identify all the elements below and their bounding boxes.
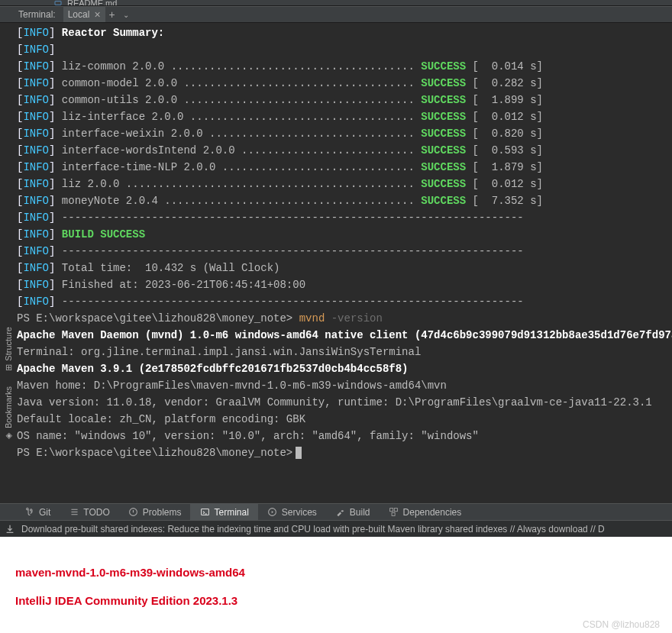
status-message[interactable]: Download pre-built shared indexes: Reduc… [21, 524, 605, 534]
bottom-tab-label: TODO [83, 507, 109, 518]
ide-shell: README.md Terminal: Local × + ⌄ ⊞ Struct… [0, 0, 672, 537]
term-icon [199, 507, 210, 518]
side-tool-structure[interactable]: ⊞ Structure [2, 321, 15, 377]
branch-icon [24, 507, 35, 518]
terminal-panel-label: Terminal: [0, 9, 63, 20]
caption-line-1: maven-mvnd-1.0-m6-m39-windows-amd64 [15, 566, 657, 579]
terminal-tab-local[interactable]: Local × [63, 7, 105, 22]
bottom-tool-tabs: GitTODOProblemsTerminalServicesBuildDepe… [0, 503, 672, 520]
bottom-tab-label: Build [350, 507, 370, 518]
terminal-dropdown-button[interactable]: ⌄ [119, 11, 133, 19]
editor-tab-sliver: README.md [0, 0, 672, 6]
side-tool-label: Structure [3, 327, 12, 361]
new-terminal-tab-button[interactable]: + [105, 8, 119, 21]
side-tool-bookmarks[interactable]: ◈ Bookmarks [2, 380, 15, 447]
bottom-tab-label: Services [282, 507, 317, 518]
bottom-tab-git[interactable]: Git [15, 504, 60, 520]
watermark: CSDN @lizhou828 [583, 619, 660, 630]
bookmark-icon: ◈ [3, 431, 13, 441]
hammer-icon [335, 507, 346, 518]
editor-tab-filename[interactable]: README.md [67, 0, 117, 6]
side-tool-label: Bookmarks [3, 386, 12, 428]
close-icon[interactable]: × [94, 9, 100, 20]
terminal-tabbar: Terminal: Local × + ⌄ [0, 6, 672, 23]
cursor [296, 447, 302, 459]
svg-rect-4 [390, 509, 393, 512]
svg-rect-6 [392, 512, 395, 515]
terminal-output[interactable]: [INFO] Reactor Summary:[INFO][INFO] liz-… [0, 23, 672, 503]
bottom-tab-todo[interactable]: TODO [60, 504, 118, 520]
deps-icon [389, 507, 399, 518]
terminal-tab-label: Local [68, 9, 90, 20]
bottom-tab-label: Git [39, 507, 50, 518]
list-icon [69, 507, 79, 518]
structure-icon: ⊞ [3, 364, 13, 371]
caption-block: maven-mvnd-1.0-m6-m39-windows-amd64 Inte… [0, 537, 672, 633]
bottom-tab-label: Terminal [214, 507, 248, 518]
side-tool-strip: ⊞ Structure ◈ Bookmarks [0, 321, 15, 504]
caption-line-2: IntelliJ IDEA Community Edition 2023.1.3 [15, 594, 657, 607]
bottom-tab-problems[interactable]: Problems [119, 504, 191, 520]
download-icon[interactable] [5, 524, 15, 534]
play-icon [267, 507, 278, 518]
svg-rect-0 [55, 1, 61, 5]
status-bar: Download pre-built shared indexes: Reduc… [0, 520, 672, 537]
bottom-tab-label: Problems [143, 507, 182, 518]
bottom-tab-label: Dependencies [403, 507, 462, 518]
bottom-tab-dependencies[interactable]: Dependencies [380, 504, 471, 520]
svg-rect-5 [394, 509, 397, 512]
bottom-tab-services[interactable]: Services [258, 504, 326, 520]
warn-icon [128, 507, 139, 518]
markdown-file-icon [53, 0, 63, 6]
bottom-tab-build[interactable]: Build [326, 504, 380, 520]
bottom-tab-terminal[interactable]: Terminal [190, 504, 257, 520]
